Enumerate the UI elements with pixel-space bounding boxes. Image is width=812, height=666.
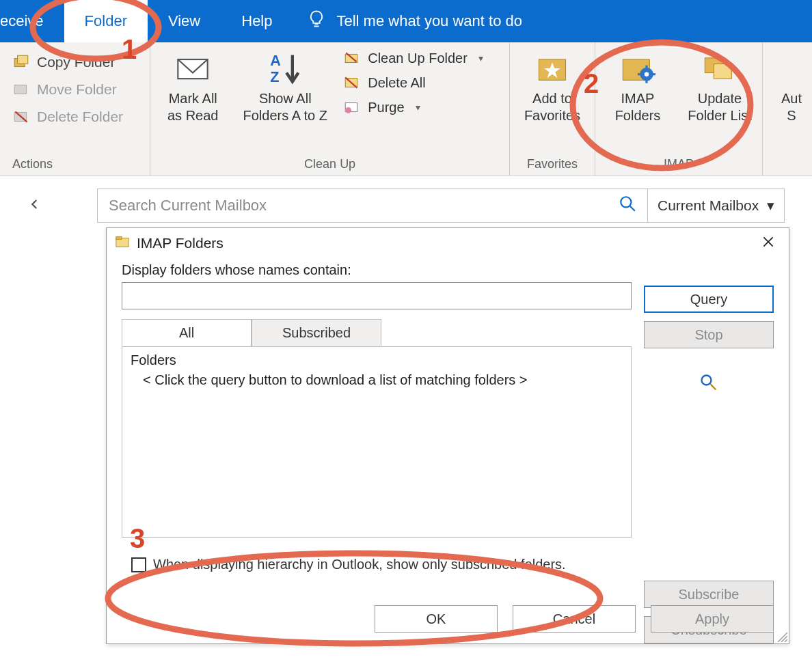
tab-label: Subscribed: [282, 325, 351, 341]
dialog-tab-all[interactable]: All: [122, 319, 252, 346]
collapse-chevron-icon[interactable]: [5, 198, 46, 214]
show-only-subscribed-checkbox[interactable]: [131, 557, 146, 572]
ribbon-tab-strip: eceive Folder View Help Tell me what you…: [0, 0, 812, 42]
dropdown-caret-icon: ▾: [411, 102, 420, 113]
content-area: Search Current Mailbox Current Mailbox ▾…: [0, 176, 812, 666]
mark-all-as-read-button[interactable]: Mark All as Read: [159, 48, 227, 124]
folders-stack-icon: [702, 51, 737, 86]
magnifier-icon: [699, 373, 718, 395]
button-label-line2: Folder List: [688, 107, 751, 124]
button-label-line2: S: [787, 107, 796, 124]
star-folder-icon: [534, 51, 570, 86]
button-label: Delete Folder: [37, 109, 123, 125]
svg-text:A: A: [271, 52, 282, 69]
move-folder-button[interactable]: Move Folder: [8, 78, 127, 101]
button-label-line2: Folders: [615, 107, 661, 124]
search-scope-dropdown[interactable]: Current Mailbox ▾: [648, 189, 785, 223]
move-folder-icon: [12, 81, 30, 98]
button-label-line1: Show All: [259, 90, 312, 107]
purge-icon: [343, 98, 361, 116]
clean-up-folder-button[interactable]: Clean Up Folder ▾: [343, 49, 483, 67]
show-all-folders-a-z-button[interactable]: A Z Show All Folders A to Z: [241, 48, 329, 124]
tab-label: Help: [241, 12, 272, 30]
tell-me-search[interactable]: Tell me what you want to do: [293, 0, 522, 42]
svg-line-33: [710, 384, 716, 389]
copy-folder-icon: [12, 53, 30, 71]
svg-line-35: [781, 636, 787, 642]
filter-input[interactable]: [122, 282, 632, 309]
button-label: Delete All: [368, 75, 426, 91]
tab-label: eceive: [0, 12, 44, 30]
svg-rect-5: [178, 59, 208, 79]
search-row: Search Current Mailbox Current Mailbox ▾: [0, 176, 812, 223]
button-label-line2: Folders A to Z: [243, 107, 327, 124]
cancel-button[interactable]: Cancel: [513, 605, 636, 633]
button-label-line1: Add to: [532, 90, 572, 107]
subscribe-button[interactable]: Subscribe: [644, 581, 774, 608]
folders-listbox[interactable]: Folders < Click the query button to down…: [122, 346, 632, 538]
tab-view[interactable]: View: [148, 0, 221, 42]
close-button[interactable]: [756, 231, 781, 255]
dropdown-caret-icon: ▾: [767, 197, 774, 214]
imap-folders-dialog: IMAP Folders Display folders whose names…: [106, 227, 789, 644]
folders-hint: < Click the query button to download a l…: [131, 368, 623, 388]
button-label-line1: Mark All: [169, 90, 217, 107]
button-label: Clean Up Folder: [368, 51, 468, 66]
folder-gear-icon: [620, 51, 655, 86]
svg-rect-25: [714, 64, 731, 79]
dialog-title: IMAP Folders: [137, 235, 224, 251]
button-label: Cancel: [553, 611, 595, 627]
clean-folder-icon: [343, 49, 361, 67]
svg-rect-2: [14, 85, 26, 94]
close-icon: [761, 234, 775, 252]
update-folder-list-button[interactable]: Update Folder List: [686, 48, 754, 124]
add-to-favorites-button[interactable]: Add to Favorites: [518, 48, 586, 124]
svg-line-27: [630, 206, 635, 211]
button-label: Subscribe: [679, 587, 740, 602]
button-label: Query: [690, 292, 727, 307]
purge-button[interactable]: Purge ▾: [343, 98, 483, 116]
tab-folder[interactable]: Folder: [64, 0, 148, 42]
checkbox-label: When displaying hierarchy in Outlook, sh…: [153, 557, 566, 572]
svg-point-26: [621, 197, 631, 207]
imap-folders-button[interactable]: IMAP Folders: [604, 48, 672, 124]
group-label-cleanup: Clean Up: [150, 154, 509, 176]
query-button[interactable]: Query: [644, 286, 774, 313]
filter-label: Display folders whose names contain:: [122, 262, 632, 278]
envelope-icon: [175, 51, 211, 86]
group-label-imap: IMAP: [595, 154, 762, 176]
svg-rect-29: [116, 236, 122, 239]
button-label: OK: [427, 611, 446, 627]
autoarchive-button-partial[interactable]: Aut S: [771, 48, 812, 124]
search-icon[interactable]: [619, 195, 636, 217]
tab-label: All: [179, 325, 194, 341]
svg-point-19: [645, 72, 649, 77]
button-label-line1: Aut: [781, 90, 802, 107]
delete-all-button[interactable]: Delete All: [343, 74, 483, 92]
stop-button[interactable]: Stop: [644, 321, 774, 348]
tab-help[interactable]: Help: [221, 0, 293, 42]
dialog-tab-subscribed[interactable]: Subscribed: [252, 319, 381, 346]
button-label-line2: as Read: [167, 107, 219, 124]
svg-point-32: [702, 376, 712, 385]
apply-button[interactable]: Apply: [651, 605, 774, 633]
delete-folder-icon: [12, 108, 30, 126]
sort-az-icon: A Z: [267, 51, 303, 86]
svg-line-36: [785, 639, 787, 642]
button-label-line1: IMAP: [621, 90, 655, 107]
group-label-actions: Actions: [0, 154, 150, 176]
delete-all-icon: [343, 74, 361, 92]
delete-folder-button[interactable]: Delete Folder: [8, 105, 127, 128]
button-label-line1: Update: [698, 90, 742, 107]
resize-grip-icon[interactable]: [775, 630, 787, 642]
tab-label: View: [168, 12, 200, 30]
copy-folder-button[interactable]: Copy Folder: [8, 51, 127, 74]
button-label: Copy Folder: [37, 54, 115, 70]
search-input[interactable]: Search Current Mailbox: [97, 189, 648, 223]
svg-text:Z: Z: [271, 68, 280, 85]
group-label-empty: [763, 154, 812, 176]
button-label: Move Folder: [37, 81, 117, 98]
tab-send-receive[interactable]: eceive: [0, 0, 64, 42]
dialog-titlebar[interactable]: IMAP Folders: [107, 228, 789, 258]
ok-button[interactable]: OK: [375, 605, 498, 633]
